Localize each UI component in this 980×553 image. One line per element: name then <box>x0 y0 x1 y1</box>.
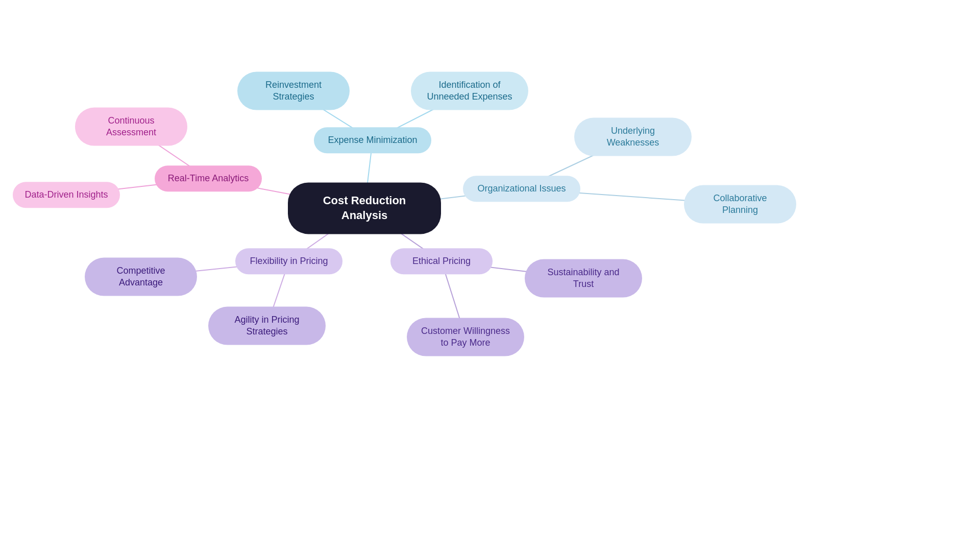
node-data-driven-insights: Data-Driven Insights <box>13 182 120 208</box>
node-sustainability-trust: Sustainability and Trust <box>525 259 642 298</box>
node-customer-willingness: Customer Willingness to Pay More <box>407 318 524 356</box>
node-underlying-weaknesses: Underlying Weaknesses <box>574 118 692 156</box>
node-reinvestment-strategies: Reinvestment Strategies <box>237 72 350 110</box>
node-ethical-pricing: Ethical Pricing <box>390 248 493 274</box>
node-expense-minimization: Expense Minimization <box>314 127 431 153</box>
node-real-time-analytics: Real-Time Analytics <box>155 165 262 191</box>
node-collaborative-planning: Collaborative Planning <box>684 185 796 224</box>
node-flexibility-pricing: Flexibility in Pricing <box>235 248 342 274</box>
node-continuous-assessment: Continuous Assessment <box>75 108 187 146</box>
node-agility-pricing: Agility in Pricing Strategies <box>208 307 326 345</box>
node-competitive-advantage: Competitive Advantage <box>85 258 197 296</box>
mind-map-diagram: Cost Reduction AnalysisExpense Minimizat… <box>0 0 980 553</box>
node-identification-unneeded: Identification of Unneeded Expenses <box>411 72 528 110</box>
node-center: Cost Reduction Analysis <box>288 182 441 234</box>
node-organizational-issues: Organizational Issues <box>463 176 580 202</box>
